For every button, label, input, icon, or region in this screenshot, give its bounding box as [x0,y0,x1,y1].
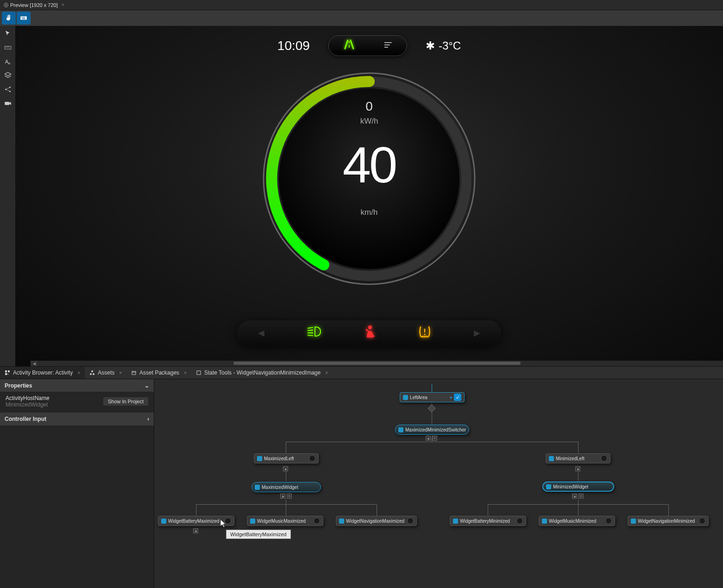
pointer-icon[interactable] [4,30,12,38]
node-switcher[interactable]: MaximizedMinimizedSwitcher [395,425,469,435]
speed-gauge: 0 kW/h 40 km/h [258,68,480,290]
activity-graph[interactable]: LeftArea ▾ ✓ MaximizedMinimizedSwitcher … [154,379,723,588]
svg-point-35 [424,333,426,335]
node-widget-navigation-maximized[interactable]: WidgetNavigationMaximized [336,516,417,526]
clock-display: 10:09 [277,38,310,53]
node-label: WidgetBatteryMaximized [168,519,220,524]
svg-rect-8 [5,46,11,49]
close-icon[interactable]: × [119,370,122,375]
tab-asset-packages[interactable]: Asset Packages × [126,367,191,379]
node-label: MaximizedLeft [264,456,294,461]
tab-state-tools[interactable]: State Tools - WidgetNavigationMinimizedI… [191,367,333,379]
svg-marker-1 [6,4,7,6]
add-button[interactable]: + [287,494,292,499]
text-icon[interactable]: Aa [4,57,12,66]
touch-tool-button[interactable] [2,12,16,25]
side-toolbar: Aa [0,26,15,366]
tire-pressure-icon [418,325,432,341]
svg-text:A: A [5,59,8,64]
status-dot [407,518,414,524]
svg-line-31 [308,335,313,336]
node-icon [631,519,636,524]
node-icon [339,519,344,524]
node-maximized-left[interactable]: MaximizedLeft [254,453,319,463]
svg-line-29 [308,330,313,331]
preview-tab[interactable]: Preview [1920 x 720] × [0,2,68,8]
node-icon [549,456,554,461]
state-icon [196,370,201,375]
collapse-button[interactable]: ▴ [426,436,431,441]
add-button[interactable]: + [432,436,437,441]
keyboard-icon [19,14,28,22]
dashboard-top-bar: 10:09 ✱ -3°C [277,35,461,56]
controller-input-header[interactable]: Controller Input › [0,413,154,425]
node-maximized-widget[interactable]: MaximizedWidget [251,482,321,492]
node-minimized-left[interactable]: MinimizedLeft [546,453,610,463]
close-icon[interactable]: × [62,2,64,7]
camera-icon[interactable] [4,99,12,107]
hand-icon [5,14,13,22]
speed-unit: km/h [361,208,378,217]
scroll-left-button[interactable]: ◀ [31,361,38,366]
collapse-button[interactable]: ▴ [575,466,580,471]
svg-rect-6 [25,17,25,18]
tab-activity-browser[interactable]: Activity Browser: Activity × [0,367,85,379]
node-widget-music-minimized[interactable]: WidgetMusicMinimized [539,516,615,526]
scrollbar-thumb[interactable] [233,362,521,365]
node-widget-battery-maximized[interactable]: WidgetBatteryMaximized [158,516,234,526]
node-icon [546,484,551,489]
speed-value: 40 [343,135,396,194]
svg-point-32 [368,325,372,329]
svg-rect-3 [21,17,22,18]
section-title: Controller Input [5,416,46,422]
svg-point-15 [9,87,11,88]
preview-toolbar [0,10,723,26]
tab-label: State Tools - WidgetNavigationMinimizedI… [204,369,321,376]
node-left-area[interactable]: LeftArea ▾ ✓ [400,392,465,402]
svg-line-18 [6,90,9,91]
node-widget-battery-minimized[interactable]: WidgetBatteryMinimized [450,516,526,526]
svg-rect-7 [22,19,25,19]
collapse-button[interactable]: ▴ [280,494,285,499]
next-icon[interactable]: ▶ [474,328,480,338]
node-label: WidgetBatteryMinimized [460,519,510,524]
power-value: 0 [365,99,373,114]
preview-tab-label: Preview [1920 x 720] [10,2,58,8]
collapse-button[interactable]: ▴ [193,528,198,533]
connector-diamond[interactable] [428,405,436,413]
svg-point-42 [90,373,92,375]
add-button[interactable]: + [578,494,584,499]
node-label: WidgetNavigationMaximized [346,519,404,524]
layers-icon[interactable] [4,71,12,80]
close-icon[interactable]: × [77,370,80,375]
properties-header[interactable]: Properties ⌄ [0,379,154,392]
collapse-button[interactable]: ▴ [283,466,288,471]
node-label: WidgetMusicMaximized [257,519,306,524]
tab-assets[interactable]: Assets × [85,367,126,379]
node-widget-music-maximized[interactable]: WidgetMusicMaximized [247,516,323,526]
collapse-button[interactable]: ▴ [572,494,577,499]
close-icon[interactable]: × [184,370,187,375]
node-icon [403,395,408,400]
preview-viewport[interactable]: 10:09 ✱ -3°C [15,26,723,366]
ruler-icon[interactable] [4,44,12,52]
node-widget-navigation-minimized[interactable]: WidgetNavigationMinimized [628,516,709,526]
share-icon[interactable] [4,85,12,94]
tab-label: Assets [98,369,114,376]
check-icon[interactable]: ✓ [454,394,461,401]
close-icon[interactable]: × [325,370,328,375]
properties-panel: Properties ⌄ ActivityHostName MinimizedW… [0,379,154,588]
keyboard-tool-button[interactable] [17,12,31,25]
show-in-project-button[interactable]: Show In Project [103,397,148,406]
status-dot [699,518,705,524]
chevron-right-icon: › [147,416,149,422]
node-icon [453,519,458,524]
svg-rect-36 [5,370,7,372]
assets-icon [89,370,95,375]
properties-title: Properties [5,382,32,389]
horizontal-scrollbar[interactable]: ◀ [31,361,723,366]
top-tab-bar: Preview [1920 x 720] × [0,0,723,10]
node-minimized-widget[interactable]: MinimizedWidget [542,482,614,492]
prev-icon[interactable]: ◀ [258,328,264,338]
mode-pill[interactable] [328,35,407,56]
